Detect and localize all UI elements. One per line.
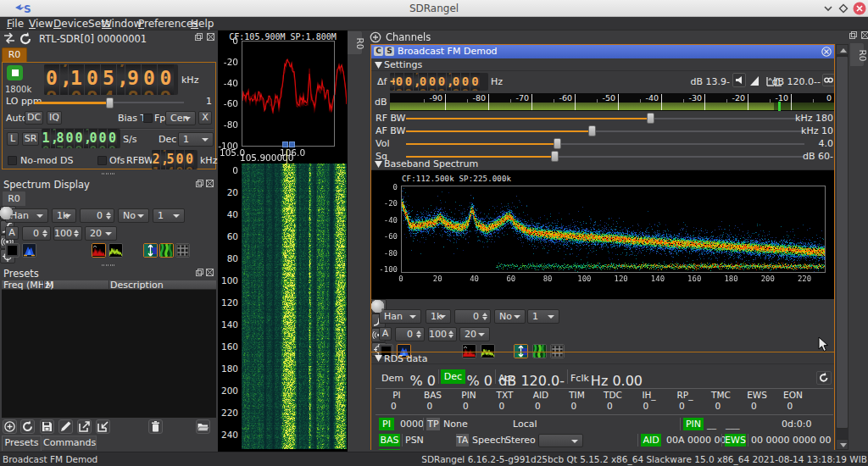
menu-preferences[interactable]: Preferences (138, 18, 198, 30)
channel-titlebar[interactable]: C S Broadcast FM Demod (371, 45, 834, 58)
menu-view[interactable]: View (29, 18, 53, 30)
dec-dropdown[interactable]: 1 (178, 132, 214, 147)
dial-digit[interactable]: 019 (404, 73, 414, 91)
dial-digit[interactable]: 019 (428, 73, 437, 91)
preset-save-button[interactable] (40, 419, 54, 434)
maximize-icon[interactable] (838, 3, 849, 14)
menu-file[interactable]: File (7, 18, 24, 30)
autoscale-button[interactable]: A (5, 226, 19, 240)
dial-digit[interactable]: 564 (166, 150, 175, 169)
dial-digit[interactable]: ,,, (117, 64, 125, 95)
waterfall-share-dropdown[interactable]: 20 (85, 226, 117, 241)
dial-digit[interactable]: 564 (101, 64, 117, 95)
channels-scrollbar[interactable] (836, 44, 849, 450)
waterfall-plot[interactable] (242, 164, 347, 449)
baseband-section-header[interactable]: Baseband Spectrum (371, 158, 834, 170)
rds-alt-freq-dropdown[interactable] (538, 434, 583, 447)
tab-commands[interactable]: Commands (42, 435, 97, 450)
dial-digit[interactable]: 019 (44, 64, 60, 95)
dock-close-icon[interactable] (861, 31, 868, 39)
reload-device-icon[interactable] (19, 32, 32, 46)
tab-presets[interactable]: Presets (2, 435, 42, 451)
dial-digit[interactable]: 019 (75, 129, 84, 148)
dial-digit[interactable]: 019 (461, 73, 470, 91)
delta-f-dial[interactable]: +++019019,,,019019019,,,019019019 (390, 73, 488, 91)
settings-section-header[interactable]: Settings (371, 58, 834, 71)
dial-digit[interactable]: 019 (158, 64, 174, 95)
preset-new-button[interactable] (3, 419, 17, 434)
sr-button[interactable]: SR (22, 132, 39, 146)
fcpos-dropdown[interactable]: Cen (165, 111, 196, 125)
preset-edit-button[interactable] (58, 419, 73, 434)
dial-digit[interactable]: 019 (65, 129, 75, 148)
dial-digit[interactable]: 019 (419, 73, 428, 91)
ofs-checkbox[interactable] (97, 156, 107, 165)
mute-button[interactable] (732, 73, 746, 87)
presets-table-body[interactable] (2, 290, 216, 418)
channel-close-icon[interactable] (821, 47, 832, 57)
menu-window[interactable]: Window (102, 18, 142, 30)
slider-handle[interactable] (647, 113, 654, 124)
sample-rate-dial[interactable]: 120,,,897019019,,,019019019 (42, 129, 120, 148)
waterfall-share-dropdown[interactable]: 20 (459, 327, 490, 341)
splitter-handle[interactable] (102, 264, 115, 266)
autoscale-button[interactable]: A (379, 327, 392, 341)
fft-window-dropdown[interactable]: Han (379, 309, 421, 324)
slider-handle[interactable] (554, 138, 561, 149)
range-spinbox[interactable]: 100 (53, 226, 82, 241)
nomod-checkbox[interactable] (8, 156, 17, 165)
averaging-mode-dropdown[interactable]: No (118, 208, 149, 223)
iq-button[interactable]: IQ (47, 111, 62, 125)
menu-help[interactable]: Help (191, 18, 214, 30)
ref-level-spinbox[interactable]: 0 (22, 226, 51, 241)
knob-dial[interactable] (371, 300, 384, 313)
dial-digit[interactable]: 120 (42, 129, 51, 148)
dial-digit[interactable]: 897 (56, 129, 65, 148)
dc-button[interactable]: DC (25, 111, 43, 125)
dial-digit[interactable]: 019 (108, 129, 117, 148)
device-dock-header[interactable]: RTL-SDR[0] 00000001 (0, 31, 218, 47)
preset-import-button[interactable] (96, 419, 110, 434)
wfgreen-toggle-button[interactable] (159, 243, 174, 258)
main-spectrum-panel[interactable]: CF:105.900M SP:1.800M 0-20-40-60-80-100 … (218, 31, 348, 452)
minimize-icon[interactable] (823, 4, 833, 13)
dial-digit[interactable]: 019 (395, 73, 404, 91)
spectrum-tab-r0[interactable]: R0 (2, 191, 26, 206)
scroll-down-button[interactable] (836, 439, 849, 450)
preset-export-button[interactable] (77, 419, 92, 434)
channel-s-button[interactable]: S (385, 47, 394, 56)
dock-float-icon[interactable] (196, 269, 203, 276)
dock-close-icon[interactable] (206, 269, 214, 276)
start-stop-button[interactable] (7, 65, 23, 80)
dial-digit[interactable]: 019 (142, 64, 158, 95)
dial-digit[interactable]: 019 (185, 150, 194, 169)
dial-digit[interactable]: 019 (89, 129, 98, 148)
channels-tab-r0[interactable]: R0 (850, 42, 865, 67)
dial-digit[interactable]: 019 (437, 73, 447, 91)
range-spinbox[interactable]: 100 (428, 327, 457, 341)
dial-digit[interactable]: 019 (85, 64, 101, 95)
dock-float-icon[interactable] (195, 33, 203, 41)
scale-dropdown[interactable]: 1 (527, 309, 559, 324)
scrollbar-thumb[interactable] (836, 56, 849, 429)
close-icon[interactable] (853, 2, 866, 15)
dock-float-icon[interactable] (849, 31, 857, 39)
add-channel-icon[interactable] (370, 31, 381, 43)
averaging-spinbox[interactable]: 0 (454, 309, 491, 324)
biast-checkbox[interactable] (143, 114, 153, 123)
dial-digit[interactable]: ,,, (60, 64, 69, 95)
channels-dock-header[interactable]: Channels (364, 31, 868, 45)
fft-size-dropdown[interactable]: 1k (426, 309, 451, 324)
lock-button[interactable]: L (7, 132, 19, 146)
dial-digit[interactable]: 231 (152, 150, 161, 169)
slider-handle[interactable] (588, 125, 596, 136)
dock-close-icon[interactable] (206, 180, 214, 187)
averaging-spinbox[interactable]: 0 (80, 208, 114, 223)
dial-digit[interactable]: 019 (175, 150, 185, 169)
fft-size-dropdown[interactable]: 1k (52, 208, 76, 223)
averaging-mode-dropdown[interactable]: No (494, 309, 526, 324)
device-tab-r0[interactable]: R0 (2, 47, 27, 62)
volume-ramp-icon[interactable] (749, 75, 760, 86)
frequency-dial[interactable]: 019,,,120019564,,,908019019 (44, 64, 178, 95)
dock-close-icon[interactable] (207, 33, 214, 41)
